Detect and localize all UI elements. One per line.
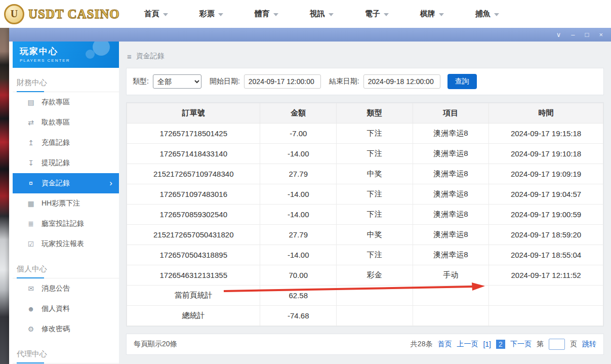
table-cell: 1726570859302540 — [127, 205, 260, 225]
jump-page-input[interactable] — [549, 339, 565, 350]
table-cell: 2024-09-17 18:55:04 — [489, 245, 603, 265]
page-1-link[interactable]: [1] — [483, 340, 491, 348]
nav-item-label: 彩票 — [199, 9, 215, 19]
table-cell: 下注 — [337, 124, 413, 144]
column-header: 類型 — [337, 103, 413, 124]
column-header: 訂單號 — [127, 103, 260, 124]
announcement-icon: ✉ — [27, 285, 35, 293]
sidebar-item[interactable]: ⇄取款專區 — [13, 112, 119, 133]
sidebar-item[interactable]: ☻個人資料 — [13, 299, 119, 319]
withdrawal-record-icon: ↧ — [27, 159, 35, 167]
type-label: 類型: — [133, 77, 149, 86]
nav-item[interactable]: 體育 — [255, 9, 278, 19]
window-minimize-icon[interactable]: – — [571, 31, 575, 38]
sidebar-item[interactable]: ▤存款專區 — [13, 92, 119, 112]
table-cell: -14.00 — [260, 245, 337, 265]
nav-item[interactable]: 捕魚 — [475, 9, 499, 19]
table-cell: 2152172657050431820 — [127, 225, 260, 245]
table-cell: 下注 — [337, 245, 413, 265]
table-cell: 2024-09-17 19:15:18 — [489, 124, 603, 144]
recharge-record-icon: ↥ — [27, 139, 35, 147]
sidebar-item-label: 修改密碼 — [42, 325, 70, 334]
type-select[interactable]: 全部 — [153, 74, 201, 89]
table-cell: -7.00 — [260, 124, 337, 144]
table-cell: 2024-09-17 18:59:20 — [489, 225, 603, 245]
sidebar-item[interactable]: ☑玩家投注報表 — [13, 234, 119, 254]
logo-badge-letter: U — [11, 8, 18, 20]
nav-item[interactable]: 棋牌 — [420, 9, 444, 19]
table-cell: 70.00 — [260, 265, 337, 286]
sidebar-item[interactable]: ↧提現記錄 — [13, 153, 119, 173]
top-nav: 首頁彩票體育視訊電子棋牌捕魚 — [144, 9, 499, 19]
nav-item[interactable]: 首頁 — [144, 9, 168, 19]
sidebar-item[interactable]: ⚙修改密碼 — [13, 319, 119, 339]
table-cell: 2024-09-17 19:10:18 — [489, 144, 603, 164]
chevron-down-icon — [163, 13, 168, 16]
sidebar-item-label: 消息公告 — [42, 284, 70, 293]
first-page-link[interactable]: 首页 — [437, 340, 452, 349]
sidebar-item[interactable]: ¤資金記錄› — [13, 173, 119, 193]
table-row: 215217265705043182027.79中奖澳洲幸运82024-09-1… — [127, 225, 603, 245]
jump-button[interactable]: 跳转 — [582, 340, 596, 349]
sidebar-item[interactable]: ↥充值記錄 — [13, 133, 119, 153]
table-cell: 澳洲幸运8 — [413, 205, 489, 225]
chevron-down-icon — [494, 13, 499, 16]
logo-text: USDT CASINO — [28, 7, 120, 21]
table-cell: 中奖 — [337, 164, 413, 184]
table-cell: 手动 — [413, 265, 489, 286]
logo-icon: U — [4, 4, 24, 24]
sidebar-item[interactable]: ≣廳室投註記錄 — [13, 214, 119, 234]
table-row: 1726571718501425-7.00下注澳洲幸运82024-09-17 1… — [127, 124, 603, 144]
app-window: ∨ – □ × 玩家中心 PLAYERS CENTER 財務中心▤存款專區⇄取款… — [9, 28, 611, 364]
window-collapse-icon[interactable]: ∨ — [556, 31, 561, 38]
summary-row: 總統計-74.68 — [127, 306, 603, 326]
sidebar-subtitle: PLAYERS CENTER — [20, 58, 119, 63]
table-cell: 27.79 — [260, 225, 337, 245]
nav-item-label: 電子 — [365, 9, 380, 19]
table-cell: 彩金 — [337, 265, 413, 286]
sidebar-item-label: 提現記錄 — [42, 158, 70, 168]
window-maximize-icon[interactable]: □ — [585, 31, 589, 38]
sidebar-item[interactable]: ▦HH彩票下注 — [13, 193, 119, 214]
table-header-row: 訂單號金額類型項目時間 — [127, 103, 603, 124]
sidebar-header: 玩家中心 PLAYERS CENTER — [13, 42, 119, 68]
breadcrumb: ≡ 資金記錄 — [119, 42, 611, 68]
window-body: 玩家中心 PLAYERS CENTER 財務中心▤存款專區⇄取款專區↥充值記錄↧… — [9, 42, 611, 364]
end-date-input[interactable] — [363, 74, 440, 89]
decor-circle-icon — [86, 50, 95, 59]
chevron-down-icon — [329, 13, 334, 16]
sidebar-item-label: 存款專區 — [42, 98, 70, 107]
table-row: 1726570859302540-14.00下注澳洲幸运82024-09-17 … — [127, 205, 603, 225]
table-cell: 中奖 — [337, 225, 413, 245]
chevron-down-icon — [218, 13, 223, 16]
next-page-link[interactable]: 下一页 — [510, 340, 532, 349]
start-date-input[interactable] — [244, 74, 321, 89]
table-cell: 1726571718501425 — [127, 124, 260, 144]
change-password-icon: ⚙ — [27, 325, 35, 333]
page-2-current[interactable]: 2 — [496, 340, 505, 349]
nav-item[interactable]: 電子 — [365, 9, 389, 19]
table-cell: 1726546312131355 — [127, 265, 260, 286]
menu-icon[interactable]: ≡ — [127, 52, 132, 61]
table-cell: 澳洲幸运8 — [413, 124, 489, 144]
nav-item[interactable]: 視訊 — [310, 9, 334, 19]
sidebar-item[interactable]: ✉消息公告 — [13, 278, 119, 299]
prev-page-link[interactable]: 上一页 — [457, 340, 478, 349]
table-cell: 1726571418433140 — [127, 144, 260, 164]
sidebar-item-label: 充值記錄 — [42, 138, 70, 147]
nav-item[interactable]: 彩票 — [199, 9, 223, 19]
page-size-text: 每頁顯示20條 — [134, 340, 177, 349]
table-cell: 下注 — [337, 184, 413, 205]
query-button[interactable]: 查詢 — [447, 74, 477, 89]
table-cell: 下注 — [337, 144, 413, 164]
table-row: 1726570504318895-14.00下注澳洲幸运82024-09-17 … — [127, 245, 603, 265]
table-row: 1726571097483016-14.00下注澳洲幸运82024-09-17 … — [127, 184, 603, 205]
withdraw-icon: ⇄ — [27, 118, 35, 127]
window-close-icon[interactable]: × — [599, 31, 603, 38]
table-cell: 澳洲幸运8 — [413, 245, 489, 265]
sidebar-item-label: 廳室投註記錄 — [42, 219, 84, 228]
summary-cell — [337, 306, 413, 326]
logo[interactable]: U USDT CASINO — [4, 4, 120, 24]
sidebar: 玩家中心 PLAYERS CENTER 財務中心▤存款專區⇄取款專區↥充值記錄↧… — [9, 42, 119, 364]
summary-row: 當前頁統計62.58 — [127, 286, 603, 306]
